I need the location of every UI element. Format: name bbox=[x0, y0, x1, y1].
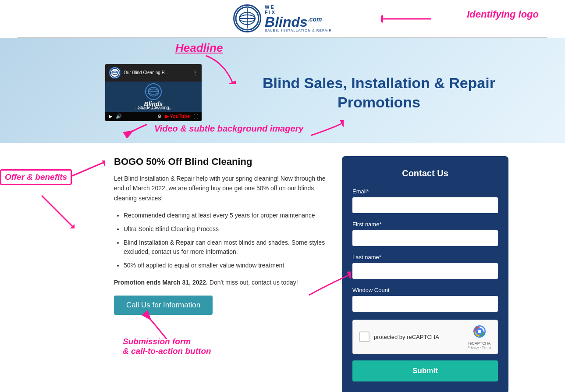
video-shade-text: Shade Cleaning bbox=[138, 105, 169, 110]
recaptcha-brand-label: reCAPTCHA bbox=[468, 341, 490, 346]
logo-blinds: Blinds.com bbox=[265, 15, 332, 29]
logo-arrow bbox=[381, 12, 434, 25]
offer-title: BOGO 50% Off Blind Cleaning bbox=[114, 156, 329, 167]
window-count-field-group: Window Count bbox=[352, 287, 498, 312]
bullet-2: Ultra Sonic Blind Cleaning Process bbox=[124, 225, 329, 234]
recaptcha-left: protected by reCAPTCHA bbox=[359, 331, 439, 342]
lastname-label: Last name* bbox=[352, 254, 498, 260]
video-bg-arrow-right bbox=[309, 120, 344, 138]
hero-headline: Blind Sales, Installation & Repair Promo… bbox=[219, 73, 539, 112]
cta-arrow bbox=[140, 310, 175, 341]
main-content: Offer & benefits BOGO 50% Off Blind Clea… bbox=[0, 143, 565, 392]
identifying-logo-label: Identifying logo bbox=[467, 9, 539, 20]
logo-icon bbox=[233, 4, 261, 32]
offer-annotation-area: Offer & benefits bbox=[0, 169, 72, 185]
hero-headline-block: Blind Sales, Installation & Repair Promo… bbox=[219, 73, 539, 112]
recaptcha-widget: protected by reCAPTCHA reCAPTCHA Privacy bbox=[352, 320, 498, 354]
recaptcha-links[interactable]: Privacy · Terms bbox=[467, 346, 491, 349]
bullet-4: 50% off applied to equal or smaller valu… bbox=[124, 261, 329, 270]
video-logo-small bbox=[109, 67, 121, 79]
recaptcha-logo-icon bbox=[473, 324, 487, 341]
video-menu-icon[interactable]: ⋮ bbox=[192, 69, 198, 76]
offer-arrow-bottom bbox=[39, 193, 75, 228]
lastname-field-group: Last name* bbox=[352, 254, 498, 279]
play-icon[interactable]: ▶ bbox=[109, 114, 112, 119]
window-count-input[interactable] bbox=[352, 296, 498, 312]
header: WE FIX Blinds.com SALES, INSTALLATION & … bbox=[0, 0, 565, 37]
logo-area: WE FIX Blinds.com SALES, INSTALLATION & … bbox=[233, 4, 332, 33]
form-title: Contact Us bbox=[352, 168, 498, 178]
video-bg-annotation-label: Video & subtle background imagery bbox=[154, 124, 303, 134]
offer-description: Let Blind Installation & Repair help wit… bbox=[114, 174, 329, 203]
offer-arrow-top bbox=[70, 160, 105, 178]
bullet-1: Recommended cleaning at least every 5 ye… bbox=[124, 211, 329, 220]
firstname-field-group: First name* bbox=[352, 221, 498, 246]
offer-bullets-list: Recommended cleaning at least every 5 ye… bbox=[114, 211, 329, 270]
lastname-input[interactable] bbox=[352, 263, 498, 279]
contact-form: Contact Us Email* First name* Last name*… bbox=[342, 156, 508, 392]
left-content: BOGO 50% Off Blind Cleaning Let Blind In… bbox=[114, 156, 329, 392]
video-bg-arrow-left bbox=[123, 120, 149, 138]
recaptcha-checkbox[interactable] bbox=[359, 331, 370, 342]
window-count-label: Window Count bbox=[352, 287, 498, 293]
offer-benefits-label: Offer & benefits bbox=[0, 169, 72, 185]
volume-icon[interactable]: 🔊 bbox=[116, 114, 122, 119]
video-bg-annotation-area: Video & subtle background imagery bbox=[123, 120, 344, 138]
submission-annotation-area: Submission form & call-to-action button bbox=[114, 337, 329, 356]
email-field-group: Email* bbox=[352, 188, 498, 213]
hero-section: Headline Our Blind Cleaning P... bbox=[0, 38, 565, 143]
promotion-note: Promotion ends March 31, 2022. Don't mis… bbox=[114, 279, 329, 286]
logo-we: WE bbox=[265, 4, 332, 10]
logo-text-block: WE FIX Blinds.com SALES, INSTALLATION & … bbox=[265, 4, 332, 33]
settings-icon[interactable]: ⚙ bbox=[157, 114, 162, 119]
bullet-3: Blind Installation & Repair can clean mo… bbox=[124, 238, 329, 257]
hero-inner: Our Blind Cleaning P... ⋮ Blinds INSTALL… bbox=[0, 46, 565, 130]
headline-annotation-label: Headline bbox=[175, 41, 223, 54]
submit-button[interactable]: Submit bbox=[352, 360, 498, 381]
form-arrow bbox=[307, 271, 351, 297]
video-title: Our Blind Cleaning P... bbox=[124, 70, 189, 75]
video-embed[interactable]: Our Blind Cleaning P... ⋮ Blinds INSTALL… bbox=[105, 64, 202, 121]
email-label: Email* bbox=[352, 188, 498, 195]
email-input[interactable] bbox=[352, 197, 498, 213]
fullscreen-icon[interactable]: ⛶ bbox=[193, 114, 198, 119]
identifying-logo-annotation-area: Identifying logo bbox=[467, 9, 539, 20]
headline-arrow bbox=[202, 53, 237, 84]
logo-sub: SALES, INSTALLATION & REPAIR bbox=[265, 29, 332, 33]
firstname-input[interactable] bbox=[352, 230, 498, 246]
firstname-label: First name* bbox=[352, 221, 498, 228]
svg-point-22 bbox=[478, 330, 481, 333]
youtube-logo: ▶ YouTube bbox=[165, 114, 190, 119]
recaptcha-text: protected by reCAPTCHA bbox=[374, 334, 439, 340]
recaptcha-right: reCAPTCHA Privacy · Terms bbox=[467, 324, 491, 349]
headline-annotation-area: Headline bbox=[175, 41, 223, 55]
